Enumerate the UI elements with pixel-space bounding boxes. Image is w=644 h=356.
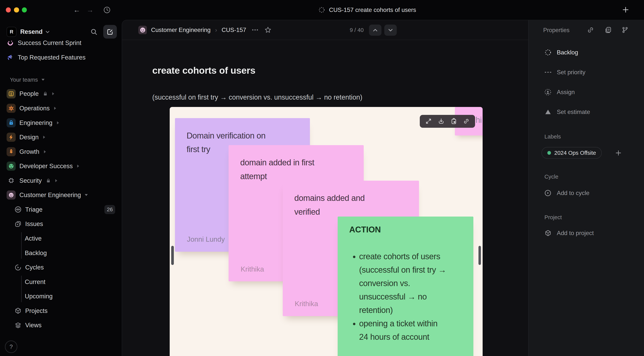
add-to-project-button[interactable]: Add to project — [540, 223, 640, 243]
sidebar-item-current[interactable]: Current — [3, 275, 118, 289]
sidebar-team-people[interactable]: People — [3, 87, 118, 101]
your-teams-section-header[interactable]: Your teams — [10, 75, 44, 85]
chevron-right-icon — [43, 136, 45, 139]
sidebar-item-issues[interactable]: Issues — [3, 217, 118, 231]
zoom-window-button[interactable] — [22, 7, 27, 12]
issue-position-counter: 9 / 40 — [350, 27, 364, 33]
previous-issue-button[interactable] — [369, 25, 382, 36]
link-icon[interactable] — [463, 118, 470, 124]
sidebar-item-active[interactable]: Active — [3, 232, 118, 245]
lightning-icon — [6, 133, 16, 142]
assignee-selector[interactable]: Assign — [540, 82, 640, 102]
star-struck-icon — [6, 161, 16, 171]
issues-icon — [14, 221, 22, 228]
sidebar-item-upcoming[interactable]: Upcoming — [3, 289, 118, 303]
image-resize-handle-left[interactable] — [171, 246, 174, 265]
sidebar-item-cycles[interactable]: Cycles — [3, 260, 118, 274]
triage-icon — [14, 206, 22, 213]
sidebar-item-top-requested-features[interactable]: Top Requested Features — [3, 51, 118, 64]
priority-selector[interactable]: Set priority — [540, 62, 640, 82]
sticky-note-author: Krithika — [295, 300, 318, 308]
action-bullet: opening a ticket within 24 hours of acco… — [359, 317, 448, 343]
copy-to-clipboard-icon[interactable] — [451, 118, 457, 124]
sidebar-team-security[interactable]: Security — [3, 174, 118, 188]
chevron-down-icon — [46, 31, 50, 33]
estimate-triangle-icon — [544, 109, 551, 114]
expand-icon[interactable] — [426, 118, 432, 124]
smiley-icon — [6, 191, 16, 200]
flower-smile-icon — [6, 39, 14, 47]
sidebar-team-design[interactable]: Design — [3, 130, 118, 144]
assign-person-icon — [544, 89, 551, 96]
status-selector[interactable]: Backlog — [540, 43, 640, 62]
more-options-icon[interactable] — [252, 29, 258, 31]
action-bullet: create cohorts of users (successful on f… — [359, 250, 448, 317]
gear-icon — [6, 104, 16, 113]
properties-header: Properties — [543, 24, 570, 36]
git-branch-icon[interactable] — [622, 27, 628, 34]
breadcrumb-issue-id[interactable]: CUS-157 — [222, 27, 246, 34]
sidebar-team-developer-success[interactable]: Developer Success — [3, 159, 118, 173]
add-label-button[interactable] — [612, 147, 624, 158]
sidebar-item-projects[interactable]: Projects — [3, 304, 118, 318]
whiteboard-image[interactable]: Domain verification on first try Jonni L… — [170, 107, 482, 356]
lock-icon — [43, 91, 48, 96]
sidebar-item-triage[interactable]: Triage 26 — [3, 203, 118, 217]
issue-subtitle[interactable]: (successful on first try → conversion vs… — [152, 93, 362, 101]
sidebar-item-views[interactable]: Views — [3, 318, 118, 332]
projects-cube-icon — [14, 307, 22, 314]
chevron-right-icon — [52, 92, 54, 95]
cycle-icon — [544, 190, 551, 197]
duplicate-icon[interactable] — [605, 27, 612, 34]
project-cube-icon — [544, 230, 551, 236]
forward-button[interactable]: → — [84, 5, 95, 15]
sidebar-team-customer-engineering[interactable]: Customer Engineering — [3, 188, 118, 202]
download-icon[interactable] — [438, 118, 444, 124]
sidebar: R Resend Success Current Sprint To — [0, 20, 122, 356]
sidebar-item-success-current-sprint[interactable]: Success Current Sprint — [3, 36, 118, 50]
estimate-selector[interactable]: Set estimate — [540, 102, 640, 122]
breadcrumb-team[interactable]: Customer Engineering — [151, 27, 210, 34]
issue-content: create cohorts of users (successful on f… — [122, 40, 528, 356]
linear-app-window: ← → CUS-157 create cohorts of users R Re… — [0, 0, 644, 356]
chevron-right-icon — [57, 121, 59, 124]
smiley-icon — [138, 26, 147, 34]
lock-icon — [6, 118, 16, 127]
sidebar-team-operations[interactable]: Operations — [3, 101, 118, 115]
close-window-button[interactable] — [6, 7, 11, 12]
chevron-down-icon — [42, 79, 44, 81]
cycles-icon — [14, 264, 22, 271]
image-resize-handle-right[interactable] — [478, 246, 481, 265]
breadcrumb-separator: › — [215, 27, 217, 33]
sidebar-item-label: Top Requested Features — [18, 54, 86, 61]
sidebar-team-growth[interactable]: Growth — [3, 145, 118, 159]
issue-pane: Customer Engineering › CUS-157 9 / 40 — [122, 20, 528, 356]
new-tab-plus-icon[interactable] — [622, 6, 629, 13]
favorite-star-icon[interactable] — [264, 27, 272, 34]
minimize-window-button[interactable] — [14, 7, 19, 12]
sticky-note-author: Krithika — [241, 265, 264, 273]
link-icon[interactable] — [587, 27, 594, 34]
sidebar-item-label: Success Current Sprint — [18, 39, 81, 47]
help-button[interactable]: ? — [5, 340, 17, 353]
search-icon[interactable] — [90, 28, 98, 35]
sidebar-item-backlog[interactable]: Backlog — [3, 246, 118, 260]
chevron-right-icon — [54, 107, 56, 110]
titlebar: ← → CUS-157 create cohorts of users — [0, 0, 644, 20]
add-to-cycle-button[interactable]: Add to cycle — [540, 183, 640, 203]
window-title-text: CUS-157 create cohorts of users — [329, 7, 416, 14]
cycle-section-header: Cycle — [544, 173, 558, 180]
back-button[interactable]: ← — [71, 5, 82, 15]
issue-title[interactable]: create cohorts of users — [152, 65, 255, 76]
label-chip[interactable]: 2024 Ops Offsite — [542, 147, 602, 158]
chevron-down-icon — [85, 194, 88, 196]
history-clock-icon[interactable] — [102, 5, 112, 15]
image-toolbar — [420, 115, 475, 128]
sticky-note-action: ACTION create cohorts of users (successf… — [338, 217, 474, 356]
properties-panel: Properties Backlog Set priority — [528, 20, 644, 356]
sidebar-team-engineering[interactable]: Engineering — [3, 116, 118, 130]
labels-section-header: Labels — [544, 133, 561, 140]
next-issue-button[interactable] — [384, 25, 397, 36]
workspace-name: Resend — [20, 28, 42, 35]
views-layers-icon — [14, 322, 22, 329]
